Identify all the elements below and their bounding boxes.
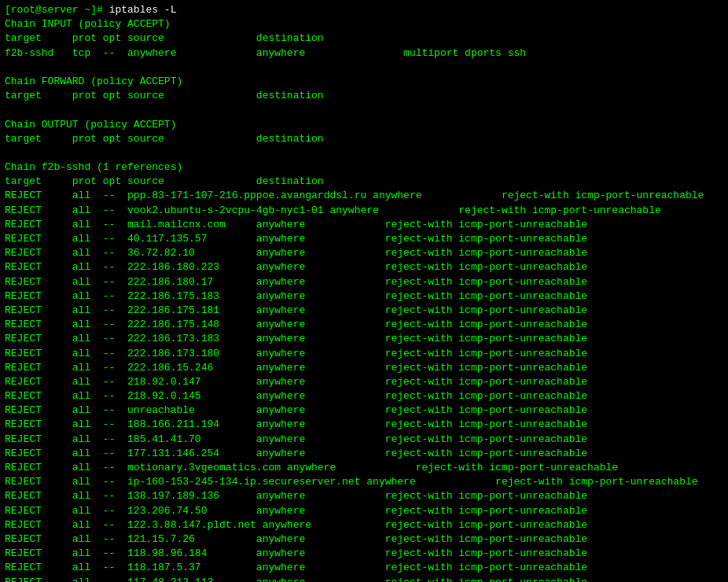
terminal-line: REJECT all -- 188.166.211.194 anywhere r… xyxy=(5,418,723,432)
terminal-line: REJECT all -- 222.186.15.246 anywhere re… xyxy=(5,361,723,375)
terminal-line: REJECT all -- 138.197.189.136 anywhere r… xyxy=(5,489,723,503)
terminal-line xyxy=(5,146,723,160)
terminal-line: REJECT all -- 123.206.74.50 anywhere rej… xyxy=(5,504,723,518)
terminal-window: [root@server ~]# iptables -LChain INPUT … xyxy=(5,3,723,582)
terminal-line: REJECT all -- 40.117.135.57 anywhere rej… xyxy=(5,232,723,246)
terminal-line: REJECT all -- 222.186.175.148 anywhere r… xyxy=(5,318,723,332)
terminal-line xyxy=(5,61,723,75)
terminal-line: REJECT all -- mail.mailcnx.com anywhere … xyxy=(5,218,723,232)
terminal-line: REJECT all -- unreachable anywhere rejec… xyxy=(5,403,723,418)
terminal-line: REJECT all -- 222.186.173.180 anywhere r… xyxy=(5,347,723,361)
terminal-line: target prot opt source destination xyxy=(5,175,723,189)
terminal-line: REJECT all -- 222.186.173.183 anywhere r… xyxy=(5,332,723,346)
terminal-line: REJECT all -- vook2.ubuntu-s-2vcpu-4gb-n… xyxy=(5,204,723,218)
terminal-line: REJECT all -- ip-160-153-245-134.ip.secu… xyxy=(5,475,723,489)
terminal-line xyxy=(5,103,723,117)
terminal-line: REJECT all -- motionary.3vgeomatics.com … xyxy=(5,461,723,475)
terminal-line: Chain OUTPUT (policy ACCEPT) xyxy=(5,118,723,132)
terminal-line: f2b-sshd tcp -- anywhere anywhere multip… xyxy=(5,46,723,61)
terminal-line: REJECT all -- 185.41.41.70 anywhere reje… xyxy=(5,433,723,447)
terminal-line: REJECT all -- 117.48.212.113 anywhere re… xyxy=(5,576,723,583)
terminal-line: REJECT all -- 222.186.175.183 anywhere r… xyxy=(5,289,723,304)
terminal-line: REJECT all -- ppp.83-171-107-216.pppoe.a… xyxy=(5,189,723,203)
terminal-line: REJECT all -- 177.131.146.254 anywhere r… xyxy=(5,447,723,461)
terminal-line: REJECT all -- 222.186.175.181 anywhere r… xyxy=(5,304,723,318)
terminal-line: REJECT all -- 222.186.180.17 anywhere re… xyxy=(5,275,723,289)
terminal-line: REJECT all -- 121.15.7.26 anywhere rejec… xyxy=(5,532,723,547)
terminal-line: REJECT all -- 218.92.0.147 anywhere reje… xyxy=(5,375,723,389)
terminal-line: REJECT all -- 118.187.5.37 anywhere reje… xyxy=(5,561,723,575)
terminal-line: Chain f2b-sshd (1 references) xyxy=(5,160,723,175)
terminal-line: Chain INPUT (policy ACCEPT) xyxy=(5,17,723,31)
terminal-line: target prot opt source destination xyxy=(5,31,723,46)
terminal-line: REJECT all -- 222.186.180.223 anywhere r… xyxy=(5,260,723,274)
terminal-line: REJECT all -- 218.92.0.145 anywhere reje… xyxy=(5,389,723,403)
terminal-output: [root@server ~]# iptables -LChain INPUT … xyxy=(5,3,723,582)
terminal-line: Chain FORWARD (policy ACCEPT) xyxy=(5,75,723,89)
terminal-line: target prot opt source destination xyxy=(5,89,723,103)
terminal-line: REJECT all -- 36.72.82.10 anywhere rejec… xyxy=(5,246,723,260)
terminal-line: REJECT all -- 122.3.88.147.pldt.net anyw… xyxy=(5,518,723,532)
terminal-line: [root@server ~]# iptables -L xyxy=(5,3,723,17)
terminal-line: target prot opt source destination xyxy=(5,132,723,146)
terminal-line: REJECT all -- 118.98.96.184 anywhere rej… xyxy=(5,547,723,561)
